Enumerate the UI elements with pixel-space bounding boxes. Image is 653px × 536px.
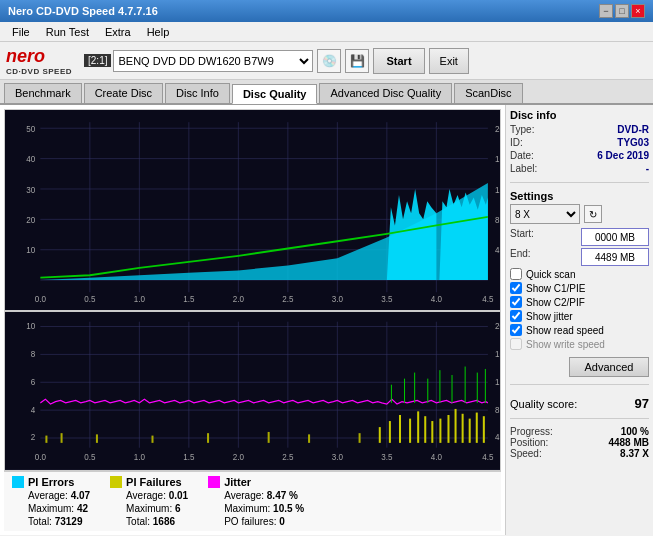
tab-create-disc[interactable]: Create Disc — [84, 83, 163, 103]
speed-row: Speed: 8.37 X — [510, 448, 649, 459]
svg-rect-76 — [414, 373, 415, 403]
svg-text:2.5: 2.5 — [282, 293, 293, 304]
svg-text:50: 50 — [26, 123, 35, 134]
end-label: End: — [510, 248, 531, 266]
minimize-button[interactable]: − — [599, 4, 613, 18]
title-bar: Nero CD-DVD Speed 4.7.7.16 − □ × — [0, 0, 653, 22]
svg-text:20: 20 — [495, 123, 500, 134]
show-write-speed-row: Show write speed — [510, 337, 649, 351]
jitter-po: PO failures: 0 — [208, 516, 304, 527]
legend-pi-failures-title: PI Failures — [110, 476, 188, 488]
svg-rect-61 — [389, 422, 391, 444]
tab-disc-quality[interactable]: Disc Quality — [232, 84, 318, 104]
svg-rect-79 — [452, 375, 453, 403]
right-panel: Disc info Type: DVD-R ID: TYG03 Date: 6 … — [505, 105, 653, 535]
svg-text:20: 20 — [495, 321, 500, 332]
speed-refresh-button[interactable]: ↻ — [584, 205, 602, 223]
show-jitter-checkbox[interactable] — [510, 310, 522, 322]
svg-text:1.5: 1.5 — [183, 452, 194, 463]
legend-pi-errors: PI Errors Average: 4.07 Maximum: 42 Tota… — [12, 476, 90, 527]
show-write-speed-label: Show write speed — [526, 339, 605, 350]
svg-rect-62 — [399, 415, 401, 443]
disc-icon-button[interactable]: 💿 — [317, 49, 341, 73]
disc-type-row: Type: DVD-R — [510, 123, 649, 136]
close-button[interactable]: × — [631, 4, 645, 18]
tab-disc-info[interactable]: Disc Info — [165, 83, 230, 103]
exit-button[interactable]: Exit — [429, 48, 469, 74]
svg-text:4.5: 4.5 — [482, 293, 493, 304]
svg-rect-80 — [465, 367, 466, 403]
menu-file[interactable]: File — [4, 24, 38, 40]
disc-info-title: Disc info — [510, 109, 649, 121]
drive-combo[interactable]: BENQ DVD DD DW1620 B7W9 — [113, 50, 313, 72]
advanced-button[interactable]: Advanced — [569, 357, 649, 377]
maximize-button[interactable]: □ — [615, 4, 629, 18]
tab-benchmark[interactable]: Benchmark — [4, 83, 82, 103]
show-c2-checkbox[interactable] — [510, 296, 522, 308]
legend-pi-failures: PI Failures Average: 0.01 Maximum: 6 Tot… — [110, 476, 188, 527]
svg-text:3.0: 3.0 — [332, 452, 343, 463]
svg-text:2.0: 2.0 — [233, 452, 244, 463]
settings-section: Settings 8 X ↻ Start: End: Quick scan — [510, 190, 649, 351]
pi-failures-total: Total: 1686 — [110, 516, 188, 527]
svg-text:16: 16 — [495, 349, 500, 360]
start-input[interactable] — [581, 228, 649, 246]
drive-number-label: [2:1] — [84, 54, 111, 67]
tab-scandisc[interactable]: ScanDisc — [454, 83, 522, 103]
disc-date-value: 6 Dec 2019 — [597, 150, 649, 161]
pi-failures-max-label: Maximum: — [126, 503, 172, 514]
svg-text:20: 20 — [26, 214, 35, 225]
svg-text:3.5: 3.5 — [381, 452, 392, 463]
svg-rect-65 — [424, 417, 426, 444]
show-read-speed-checkbox[interactable] — [510, 324, 522, 336]
progress-row: Progress: 100 % — [510, 426, 649, 437]
menu-extra[interactable]: Extra — [97, 24, 139, 40]
pi-failures-max: Maximum: 6 — [110, 503, 188, 514]
jitter-avg-label: Average: — [224, 490, 264, 501]
jitter-po-label: PO failures: — [224, 516, 276, 527]
speed-select[interactable]: 8 X — [510, 204, 580, 224]
svg-rect-67 — [439, 419, 441, 443]
show-c1-row: Show C1/PIE — [510, 281, 649, 295]
tab-advanced-disc-quality[interactable]: Advanced Disc Quality — [319, 83, 452, 103]
quick-scan-checkbox[interactable] — [510, 268, 522, 280]
disc-id-label: ID: — [510, 137, 523, 148]
upper-chart: 50 40 30 20 10 20 16 12 8 4 0.0 0.5 1.0 … — [4, 109, 501, 311]
svg-rect-53 — [61, 434, 63, 444]
pi-errors-max-value: 42 — [77, 503, 88, 514]
pi-errors-total-label: Total: — [28, 516, 52, 527]
svg-rect-64 — [417, 412, 419, 444]
start-label: Start: — [510, 228, 534, 246]
svg-text:0.0: 0.0 — [35, 452, 46, 463]
pi-errors-label: PI Errors — [28, 476, 74, 488]
show-c2-label: Show C2/PIF — [526, 297, 585, 308]
logo-cdspeed: CD·DVD SPEED — [6, 67, 72, 76]
disc-label-value: - — [646, 163, 649, 174]
menu-help[interactable]: Help — [139, 24, 178, 40]
svg-text:4.0: 4.0 — [431, 293, 442, 304]
menu-run-test[interactable]: Run Test — [38, 24, 97, 40]
show-c1-checkbox[interactable] — [510, 282, 522, 294]
pi-failures-total-label: Total: — [126, 516, 150, 527]
jitter-po-value: 0 — [279, 516, 285, 527]
position-value: 4488 MB — [608, 437, 649, 448]
show-write-speed-checkbox[interactable] — [510, 338, 522, 350]
toolbar: nero CD·DVD SPEED [2:1] BENQ DVD DD DW16… — [0, 42, 653, 80]
quality-score-value: 97 — [635, 396, 649, 411]
save-button[interactable]: 💾 — [345, 49, 369, 73]
end-input[interactable] — [581, 248, 649, 266]
title-bar-buttons: − □ × — [599, 4, 645, 18]
svg-text:12: 12 — [495, 376, 500, 387]
svg-rect-55 — [151, 436, 153, 443]
pi-errors-color-swatch — [12, 476, 24, 488]
show-jitter-row: Show jitter — [510, 309, 649, 323]
settings-title: Settings — [510, 190, 649, 202]
disc-info-section: Disc info Type: DVD-R ID: TYG03 Date: 6 … — [510, 109, 649, 175]
svg-rect-58 — [308, 435, 310, 443]
start-button[interactable]: Start — [373, 48, 424, 74]
svg-text:1.0: 1.0 — [134, 293, 145, 304]
lower-chart: 10 8 6 4 2 20 16 12 8 4 0.0 0.5 1.0 1.5 … — [4, 311, 501, 471]
show-c2-row: Show C2/PIF — [510, 295, 649, 309]
svg-rect-75 — [404, 379, 405, 403]
svg-rect-78 — [439, 371, 440, 404]
